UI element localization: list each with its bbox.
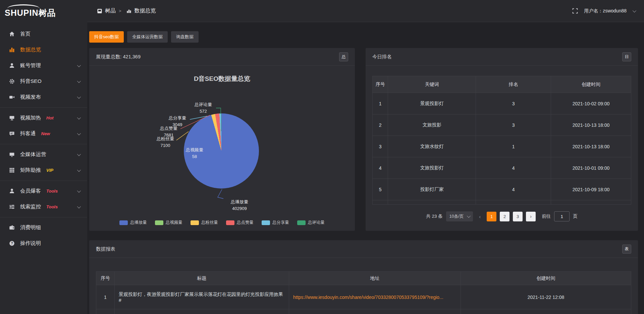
- sidebar-item-data-overview[interactable]: 数据总览: [0, 42, 87, 58]
- chevron-down-icon: [77, 95, 81, 98]
- sidebar-item-label: 账号管理: [20, 62, 41, 69]
- table-header-row: 序号 标题 地址 创建时间: [96, 272, 631, 285]
- table-cell: 3: [373, 136, 388, 157]
- home-icon: [9, 31, 15, 37]
- next-page-button[interactable]: ›: [526, 212, 536, 221]
- table-row[interactable]: 4 文旅投影灯 4 2021-10-01 09:00: [373, 157, 631, 179]
- chevron-down-icon: [77, 168, 81, 171]
- app-logo[interactable]: SHUPIN树品: [0, 0, 87, 22]
- wallet-icon: [9, 225, 15, 230]
- sidebar-divider: [0, 217, 87, 217]
- sidebar-item-account[interactable]: 账号管理: [0, 58, 87, 73]
- column-header: 序号: [373, 76, 388, 93]
- hot-badge: Hot: [46, 115, 54, 120]
- chevron-down-icon: [77, 115, 81, 119]
- legend-swatch: [262, 220, 270, 225]
- breadcrumb: 树品 > 数据总览: [97, 7, 156, 14]
- top-header: 树品 > 数据总览 用户名：zswodun88: [87, 0, 644, 22]
- breadcrumb-chart-icon: [126, 8, 131, 13]
- table-row[interactable]: 1 景观投影灯 3 2021-10-02 09:00: [373, 93, 631, 114]
- table-row[interactable]: 5 投影灯厂家 4 2021-10-09 18:00: [373, 179, 631, 200]
- table-cell: 3: [476, 93, 551, 114]
- sidebar-item-video-heat[interactable]: 视频加热 Hot: [0, 110, 87, 126]
- legend-item[interactable]: 总播放量: [119, 220, 147, 225]
- sidebar-item-video-publish[interactable]: 视频发布: [0, 89, 87, 105]
- per-page-select[interactable]: 10条/页: [446, 211, 473, 221]
- sidebar-item-label: 首页: [20, 31, 31, 38]
- table-cell: 2021-10-13 18:00: [551, 136, 631, 157]
- sidebar-item-douketong[interactable]: 抖客通 New: [0, 126, 87, 142]
- sidebar-divider: [0, 180, 87, 181]
- chevron-down-icon: [77, 204, 81, 208]
- legend-item[interactable]: 总点赞量: [226, 220, 254, 225]
- pagination-total: 共 23 条: [426, 213, 443, 219]
- page-button-1[interactable]: 1: [487, 212, 496, 221]
- table-cell: 2021-10-02 09:00: [551, 93, 631, 114]
- main-content: 抖音seo数据 全媒体运营数据 询盘数据 展现量总数: 421,369 总 D音…: [87, 22, 644, 314]
- legend-item[interactable]: 总视频量: [155, 220, 182, 225]
- fullscreen-icon[interactable]: [572, 8, 578, 14]
- sidebar-item-label: 抖客通: [20, 130, 36, 137]
- tab-omnimedia-data[interactable]: 全媒体运营数据: [127, 31, 168, 43]
- day-view-button[interactable]: 日: [622, 52, 631, 61]
- chevron-down-icon: [77, 189, 81, 192]
- sidebar-item-clue-monitor[interactable]: 线索监控 Tools: [0, 199, 87, 215]
- page-button-3[interactable]: 3: [513, 212, 523, 221]
- chart-title: D音SEO数据量总览: [89, 74, 355, 83]
- table-cell: 文旅水纹灯: [388, 136, 476, 157]
- sidebar-item-home[interactable]: 首页: [0, 26, 87, 42]
- table-cell: 1: [476, 136, 551, 157]
- rank-panel-title: 今日排名: [372, 54, 392, 60]
- legend-swatch: [155, 220, 163, 225]
- chevron-down-icon: [77, 131, 81, 135]
- sidebar-item-matrix-boost[interactable]: 矩阵助推 VIP: [0, 162, 87, 178]
- table-cell: 3: [476, 114, 551, 136]
- tab-douyin-seo-data[interactable]: 抖音seo数据: [89, 31, 124, 43]
- sliders-icon: [9, 204, 15, 210]
- total-view-button[interactable]: 总: [339, 52, 348, 61]
- user-icon: [9, 63, 15, 68]
- screen-icon: [9, 115, 15, 121]
- breadcrumb-root[interactable]: 树品: [105, 7, 116, 14]
- sidebar-item-consumption[interactable]: 消费明细: [0, 220, 87, 235]
- chevron-down-icon: [77, 79, 81, 83]
- logo-text: SHUPIN树品: [5, 8, 87, 18]
- sidebar-item-douyin-seo[interactable]: 抖音SEO: [0, 73, 87, 89]
- chart-legend: 总播放量 总视频量 总粉丝量 总点赞量 总分享量 总评论量: [89, 220, 355, 225]
- user-menu-chevron-icon[interactable]: [633, 8, 636, 12]
- tools-badge: Tools: [46, 204, 58, 209]
- sidebar: SHUPIN树品 首页 数据总览 账号管理 抖音SEO: [0, 0, 87, 314]
- legend-item[interactable]: 总分享量: [262, 220, 289, 225]
- tab-inquiry-data[interactable]: 询盘数据: [171, 31, 199, 43]
- sidebar-item-label: 消费明细: [20, 224, 41, 231]
- callout-fans: 总粉丝量7100: [154, 136, 177, 149]
- goto-label: 前往: [542, 213, 551, 219]
- goto-page-input[interactable]: [554, 211, 570, 221]
- column-header: 关键词: [388, 76, 476, 93]
- table-view-button[interactable]: 表: [622, 245, 631, 254]
- sidebar-item-member-burst[interactable]: 会员爆客 Tools: [0, 183, 87, 199]
- chevron-down-icon: [77, 152, 81, 156]
- legend-item[interactable]: 总评论量: [297, 220, 325, 225]
- page-button-2[interactable]: 2: [500, 212, 509, 221]
- table-cell: 景观投影灯: [388, 93, 476, 114]
- username-label[interactable]: 用户名：zswodun88: [584, 8, 627, 14]
- column-header: 序号: [96, 272, 115, 285]
- table-header-row: 序号 关键词 排名 创建时间: [373, 76, 631, 93]
- video-url-link[interactable]: https://www.iesdouyin.com/share/video/70…: [293, 295, 443, 300]
- column-header: 地址: [289, 272, 461, 285]
- sidebar-item-omnimedia[interactable]: 全媒体运营: [0, 147, 87, 162]
- pie-chart: D音SEO数据量总览 总评论量572 总分享量3049 总点赞量7681: [89, 66, 355, 231]
- table-cell: 1: [96, 285, 115, 309]
- table-row[interactable]: 2 文旅投影 3 2021-10-13 18:00: [373, 114, 631, 136]
- table-row[interactable]: 1 景观投影灯，夜游景观投影灯厂家展示展示落花灯在花园里的灯光投影应用效果 # …: [96, 285, 631, 309]
- table-cell: 投影灯厂家: [388, 179, 476, 200]
- report-table: 序号 标题 地址 创建时间 1 景观投影灯，夜游景观投影灯厂家展示展示落花灯在花…: [96, 271, 631, 314]
- sidebar-item-label: 线索监控: [20, 203, 41, 210]
- sidebar-item-instructions[interactable]: ? 操作说明: [0, 235, 87, 251]
- table-cell: 5: [373, 179, 388, 200]
- legend-item[interactable]: 总粉丝量: [191, 220, 218, 225]
- table-cell: 文旅投影灯: [388, 157, 476, 179]
- prev-page-button[interactable]: ‹: [476, 214, 483, 219]
- table-row[interactable]: 3 文旅水纹灯 1 2021-10-13 18:00: [373, 136, 631, 157]
